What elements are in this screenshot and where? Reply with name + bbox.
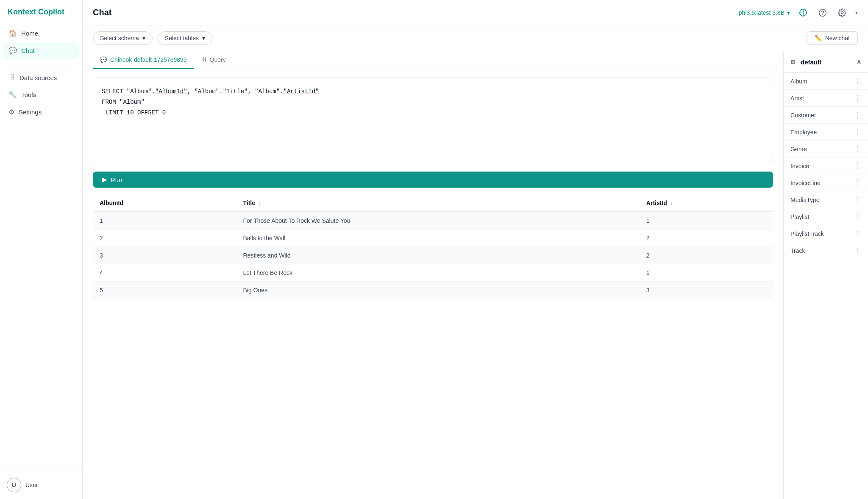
sidebar-item-datasources-label: Data sources [19,74,57,81]
sidebar-item-data-sources[interactable]: 🗄 Data sources [3,69,79,86]
table-menu-icon[interactable]: ⋮ [854,213,861,221]
sidebar-item-home[interactable]: 🏠 Home [3,25,79,42]
main: Chat phi3.5:latest 3.8B ▾ [83,0,868,499]
model-label: phi3.5:latest 3.8B [739,9,785,16]
home-icon: 🏠 [8,29,17,37]
database-icon: 🗄 [8,74,15,81]
table-menu-icon[interactable]: ⋮ [854,230,861,238]
table-name: Invoice [790,163,809,169]
list-item[interactable]: MediaType⋮ [784,191,868,208]
sql-editor[interactable]: SELECT "Album"."AlbumId", "Album"."Title… [93,78,773,163]
select-tables-button[interactable]: Select tables ▾ [158,31,212,45]
col-albumid[interactable]: AlbumId ↑ [93,194,236,212]
user-name: User [25,482,38,488]
sort-albumid-icon: ↑ [127,201,129,206]
chat-icon: 💬 [8,47,17,55]
right-panel: ⊞ default ∧ Album⋮Artist⋮Customer⋮Employ… [783,51,868,499]
list-item[interactable]: Artist⋮ [784,90,868,107]
col-title[interactable]: Title ↑ [236,194,640,212]
table-menu-icon[interactable]: ⋮ [854,128,861,136]
list-item[interactable]: Playlist⋮ [784,208,868,225]
topbar-icons: ▾ [797,6,858,19]
table-row: 3Restless and Wild2 [93,247,773,264]
table-menu-icon[interactable]: ⋮ [854,247,861,255]
tools-icon: 🔧 [8,91,17,99]
new-chat-button[interactable]: ✏️ New chat [807,31,858,45]
table-name: MediaType [790,197,819,203]
table-row: 5Big Ones3 [93,282,773,299]
tab-query[interactable]: 🗄 Query [194,51,233,69]
col-artistid[interactable]: ArtistId ↑ [640,194,773,212]
schema-chevron-icon: ▾ [142,35,145,42]
model-selector[interactable]: phi3.5:latest 3.8B ▾ [739,9,790,16]
sort-artistid-icon: ↑ [670,201,673,206]
query-tab-icon: 🗄 [200,56,206,63]
sidebar-item-chat[interactable]: 💬 Chat [3,42,79,59]
select-schema-label: Select schema [100,35,139,42]
content-area: 💬 Chinook-default-1725769899 🗄 Query SEL… [83,51,868,499]
select-schema-button[interactable]: Select schema ▾ [93,31,153,45]
table-name: Genre [790,146,807,152]
list-item[interactable]: Album⋮ [784,73,868,90]
tab-chat-label: Chinook-default-1725769899 [110,56,187,63]
avatar: U [7,478,21,492]
help-icon[interactable] [816,6,829,19]
table-menu-icon[interactable]: ⋮ [854,179,861,187]
select-tables-label: Select tables [165,35,199,42]
table-name: Album [790,78,807,85]
table-menu-icon[interactable]: ⋮ [854,111,861,119]
table-row: 2Balls to the Wall2 [93,230,773,247]
list-item[interactable]: Genre⋮ [784,141,868,158]
table-name: Artist [790,95,804,102]
sidebar-nav: 🏠 Home 💬 Chat 🗄 Data sources 🔧 Tools ⚙ S… [0,25,82,471]
list-item[interactable]: Employee⋮ [784,124,868,141]
right-panel-header: ⊞ default ∧ [784,51,868,73]
brain-icon[interactable] [797,6,810,19]
list-item[interactable]: InvoiceLine⋮ [784,175,868,191]
tabs: 💬 Chinook-default-1725769899 🗄 Query [83,51,783,69]
model-chevron-icon: ▾ [787,9,790,16]
table-menu-icon[interactable]: ⋮ [854,145,861,153]
sidebar-item-tools[interactable]: 🔧 Tools [3,86,79,103]
sidebar-bottom: U User [0,471,82,499]
sidebar-item-home-label: Home [21,30,38,37]
sidebar: Kontext Copilot 🏠 Home 💬 Chat 🗄 Data sou… [0,0,83,499]
topbar: Chat phi3.5:latest 3.8B ▾ [83,0,868,25]
table-menu-icon[interactable]: ⋮ [854,196,861,204]
tab-chat[interactable]: 💬 Chinook-default-1725769899 [93,51,194,69]
table-menu-icon[interactable]: ⋮ [854,162,861,170]
tables-list: Album⋮Artist⋮Customer⋮Employee⋮Genre⋮Inv… [784,73,868,499]
page-title: Chat [93,8,111,17]
app-logo: Kontext Copilot [0,0,82,25]
list-item[interactable]: Invoice⋮ [784,158,868,175]
sidebar-item-chat-label: Chat [21,47,35,54]
gear-chevron-icon: ▾ [855,10,858,16]
table-name: InvoiceLine [790,180,821,186]
run-button[interactable]: ▶ Run [93,172,773,188]
table-name: Track [790,247,805,254]
logo-plain: Kontext [8,8,36,16]
results-container[interactable]: AlbumId ↑ Title ↑ ArtistId ↑ [93,194,773,489]
collapse-icon[interactable]: ∧ [857,58,861,66]
list-item[interactable]: Track⋮ [784,242,868,259]
table-name: PlaylistTrack [790,230,824,237]
run-label: Run [111,176,122,183]
gear-icon[interactable] [836,6,849,19]
sidebar-item-tools-label: Tools [21,91,36,98]
tables-chevron-icon: ▾ [202,35,205,42]
sort-title-icon: ↑ [259,201,261,206]
sidebar-item-settings[interactable]: ⚙ Settings [3,104,79,120]
list-item[interactable]: Customer⋮ [784,107,868,124]
table-menu-icon[interactable]: ⋮ [854,94,861,102]
schema-grid-icon: ⊞ [790,58,796,65]
list-item[interactable]: PlaylistTrack⋮ [784,225,868,242]
settings-icon: ⚙ [8,108,14,116]
query-container: SELECT "Album"."AlbumId", "Album"."Title… [93,78,773,163]
new-chat-icon: ✏️ [815,35,822,42]
table-menu-icon[interactable]: ⋮ [854,77,861,85]
results-table: AlbumId ↑ Title ↑ ArtistId ↑ [93,194,773,299]
center-panel: 💬 Chinook-default-1725769899 🗄 Query SEL… [83,51,783,499]
toolbar: Select schema ▾ Select tables ▾ ✏️ New c… [83,25,868,51]
table-name: Playlist [790,213,809,220]
table-row: 1For Those About To Rock We Salute You1 [93,212,773,230]
